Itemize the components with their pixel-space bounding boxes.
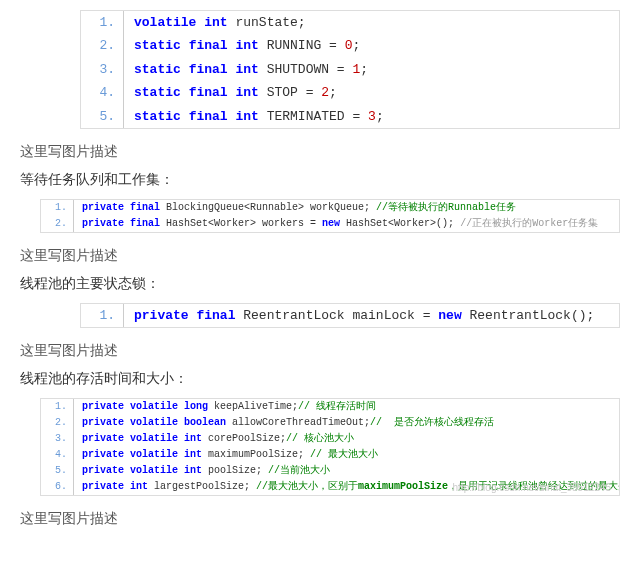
code-line: 4.private volatile int maximumPoolSize; … [41, 447, 619, 463]
code-block-workqueue: 1.private final BlockingQueue<Runnable> … [40, 199, 620, 233]
code-line: 5.static final int TERMINATED = 3; [81, 105, 619, 128]
line-number: 5. [41, 463, 74, 479]
line-number: 2. [41, 415, 74, 431]
line-number: 1. [41, 200, 74, 216]
code-content: private volatile int corePoolSize;// 核心池… [74, 431, 354, 447]
code-line: 3.static final int SHUTDOWN = 1; [81, 58, 619, 81]
line-number: 1. [81, 304, 124, 327]
code-block-poolsize: 1.private volatile long keepAliveTime;//… [40, 398, 620, 496]
code-content: private volatile int maximumPoolSize; //… [74, 447, 378, 463]
code-block-runstate: 1.volatile int runState;2.static final i… [80, 10, 620, 129]
code-block-mainlock: 1.private final ReentrantLock mainLock =… [80, 303, 620, 328]
code-line: 2.static final int RUNNING = 0; [81, 34, 619, 57]
section-heading-workqueue: 等待任务队列和工作集： [20, 171, 620, 189]
line-number: 4. [81, 81, 124, 104]
line-number: 3. [41, 431, 74, 447]
code-content: private final BlockingQueue<Runnable> wo… [74, 200, 516, 216]
code-line: 2.private volatile boolean allowCoreThre… [41, 415, 619, 431]
line-number: 3. [81, 58, 124, 81]
code-line: 1.private final BlockingQueue<Runnable> … [41, 200, 619, 216]
code-content: private final HashSet<Worker> workers = … [74, 216, 598, 232]
section-heading-mainlock: 线程池的主要状态锁： [20, 275, 620, 293]
image-caption-3: 这里写图片描述 [20, 342, 620, 360]
watermark: http://blog.csdn.net/sinat_35512245 [453, 482, 611, 493]
code-line: 1.private volatile long keepAliveTime;//… [41, 399, 619, 415]
code-content: private volatile long keepAliveTime;// 线… [74, 399, 376, 415]
line-number: 2. [81, 34, 124, 57]
image-caption-1: 这里写图片描述 [20, 143, 620, 161]
line-number: 5. [81, 105, 124, 128]
section-heading-poolsize: 线程池的存活时间和大小： [20, 370, 620, 388]
code-content: private volatile boolean allowCoreThread… [74, 415, 494, 431]
line-number: 1. [41, 399, 74, 415]
code-line: 3.private volatile int corePoolSize;// 核… [41, 431, 619, 447]
code-line: 2.private final HashSet<Worker> workers … [41, 216, 619, 232]
code-content: static final int SHUTDOWN = 1; [124, 58, 368, 81]
code-content: private final ReentrantLock mainLock = n… [124, 304, 594, 327]
image-caption-2: 这里写图片描述 [20, 247, 620, 265]
code-content: static final int RUNNING = 0; [124, 34, 360, 57]
code-line: 5.private volatile int poolSize; //当前池大小 [41, 463, 619, 479]
image-caption-4: 这里写图片描述 [20, 510, 620, 528]
line-number: 2. [41, 216, 74, 232]
code-content: volatile int runState; [124, 11, 306, 34]
code-content: static final int STOP = 2; [124, 81, 337, 104]
code-line: 1.volatile int runState; [81, 11, 619, 34]
line-number: 6. [41, 479, 74, 495]
line-number: 4. [41, 447, 74, 463]
code-content: private volatile int poolSize; //当前池大小 [74, 463, 330, 479]
code-line: 1.private final ReentrantLock mainLock =… [81, 304, 619, 327]
code-line: 4.static final int STOP = 2; [81, 81, 619, 104]
line-number: 1. [81, 11, 124, 34]
code-content: static final int TERMINATED = 3; [124, 105, 384, 128]
